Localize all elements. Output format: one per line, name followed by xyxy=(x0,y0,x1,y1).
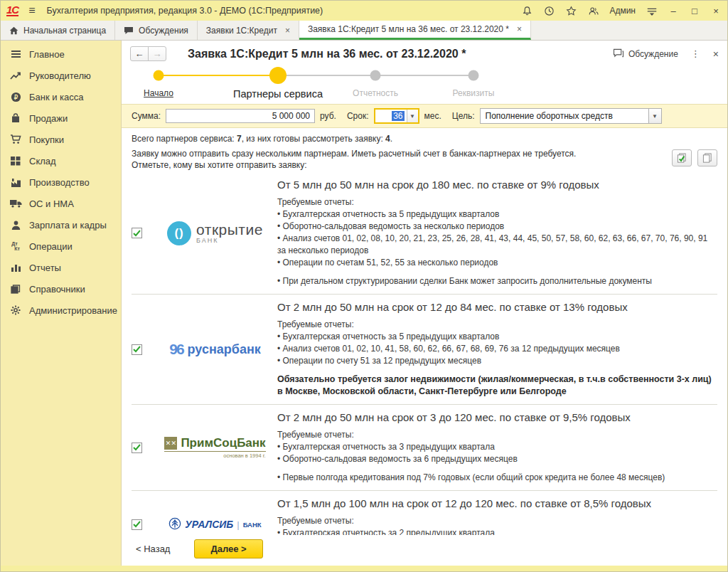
report-item: • Операции по счетам 51, 52, 55 за неско… xyxy=(277,257,717,269)
tab-credit-list[interactable]: Заявки 1С:Кредит × xyxy=(198,21,299,40)
sidebar-item-label: ОС и НМА xyxy=(29,198,74,209)
notifications-bell-icon[interactable] xyxy=(521,5,533,17)
bank-logo-otkritie: () открытиеБАНК xyxy=(153,221,277,245)
history-icon[interactable] xyxy=(543,5,555,17)
bank-checkbox-uralsib[interactable] xyxy=(132,519,142,530)
bank-logo-primsotsbank: ✕✕ ПримСоцБанк основан в 1994 г. xyxy=(153,436,277,459)
tab-home[interactable]: Начальная страница xyxy=(1,21,115,40)
bank-logo-rusnarbank: 96 руснарбанк xyxy=(153,341,277,358)
reports-list: • Бухгалтерская отчетность за 5 предыдущ… xyxy=(277,331,717,367)
minimize-button[interactable]: – xyxy=(668,6,679,16)
step-dot-reporting xyxy=(370,70,381,81)
discussion-button[interactable]: Обсуждение xyxy=(613,48,678,60)
report-item: • Бухгалтерская отчетность за 5 предыдущ… xyxy=(277,331,717,343)
sidebar-item-otchety[interactable]: Отчеты xyxy=(1,257,121,278)
purpose-dropdown-icon[interactable]: ▼ xyxy=(649,108,662,124)
uralsib-logo-sub: БАНК xyxy=(243,521,262,529)
clear-all-button[interactable] xyxy=(697,149,717,166)
purpose-label: Цель: xyxy=(452,111,475,121)
more-menu-icon[interactable]: ⋮ xyxy=(691,48,700,59)
report-item: • Бухгалтерская отчетность за 3 предыдущ… xyxy=(277,441,717,453)
term-dropdown-icon[interactable]: ▼ xyxy=(407,110,418,122)
sidebar-item-sklad[interactable]: Склад xyxy=(1,150,121,171)
close-window-button[interactable]: × xyxy=(710,6,722,16)
sidebar-item-label: Главное xyxy=(29,49,65,60)
reports-title: Требуемые отчеты: xyxy=(277,319,717,331)
otkritie-logo-text: открытие xyxy=(196,222,263,237)
menu-lines-icon xyxy=(9,48,22,60)
sidebar-item-operatsii[interactable]: ДтКт Операции xyxy=(1,235,121,257)
sidebar-item-proizvodstvo[interactable]: Производство xyxy=(1,171,121,193)
term-input[interactable]: 36 ▼ xyxy=(374,108,419,124)
primsotsbank-logo-icon: ✕✕ xyxy=(164,437,177,450)
summary-ready: 4 xyxy=(385,134,390,144)
bank-checkbox-otkritie[interactable] xyxy=(132,228,142,238)
uralsib-logo-icon xyxy=(168,517,181,532)
back-button[interactable]: < Назад xyxy=(136,544,170,554)
sum-label: Сумма: xyxy=(132,111,161,121)
gear-icon xyxy=(9,304,22,316)
term-label: Срок: xyxy=(347,111,369,121)
instruction-line-1: Заявку можно отправить сразу нескольким … xyxy=(132,148,576,159)
nav-forward-button[interactable]: → xyxy=(148,46,166,61)
sidebar-item-os-i-nma[interactable]: ОС и НМА xyxy=(1,193,121,214)
sidebar-item-label: Зарплата и кадры xyxy=(29,220,107,231)
uralsib-logo-text: УРАЛСИБ xyxy=(185,519,233,530)
bank-checkbox-primsotsbank[interactable] xyxy=(132,443,142,453)
shopping-bag-icon xyxy=(9,112,22,124)
nav-back-button[interactable]: ← xyxy=(130,46,149,61)
tab-discussions[interactable]: Обсуждения xyxy=(115,21,198,40)
close-form-icon[interactable]: × xyxy=(713,48,719,60)
sidebar-item-label: Справочники xyxy=(29,284,85,295)
term-unit-label: мес. xyxy=(424,111,441,121)
sum-input[interactable] xyxy=(166,109,315,123)
factory-icon xyxy=(9,176,22,188)
reports-title: Требуемые отчеты: xyxy=(277,515,717,527)
sidebar-item-label: Производство xyxy=(29,177,90,188)
parameters-strip: Сумма: руб. Срок: 36 ▼ мес. Цель: Пополн… xyxy=(122,104,727,128)
sidebar-item-bank-i-kassa[interactable]: ₽ Банк и касса xyxy=(1,86,121,107)
tab-label: Обсуждения xyxy=(139,26,188,36)
step-dot-start[interactable] xyxy=(154,70,164,81)
current-user[interactable]: Админ xyxy=(609,6,636,16)
sidebar-item-glavnoe[interactable]: Главное xyxy=(1,43,121,65)
sidebar-item-label: Банк и касса xyxy=(29,92,84,102)
app-window: 1С ≡ Бухгалтерия предприятия, редакция 3… xyxy=(0,0,728,572)
instruction-line-2: Отметьте, кому вы хотите отправить заявк… xyxy=(132,159,576,171)
select-all-button[interactable] xyxy=(672,149,692,166)
books-icon xyxy=(9,283,22,295)
report-item: • Анализ счетов 01, 02, 10, 41, 58, 60, … xyxy=(277,343,717,355)
sidebar-item-zarplata-i-kadry[interactable]: Зарплата и кадры xyxy=(1,214,121,235)
sidebar-item-spravochniki[interactable]: Справочники xyxy=(1,278,121,300)
window-bottom-strip xyxy=(1,566,727,571)
purpose-select[interactable]: Пополнение оборотных средств ▼ xyxy=(480,108,662,124)
next-button[interactable]: Далее > xyxy=(194,539,262,558)
step-dot-partners[interactable] xyxy=(269,67,287,84)
users-icon[interactable] xyxy=(587,5,599,17)
tab-credit-request[interactable]: Заявка 1С:Кредит 5 млн на 36 мес. от 23.… xyxy=(299,21,531,40)
reports-list: • Бухгалтерская отчетность за 3 предыдущ… xyxy=(277,441,717,465)
tab-close-icon[interactable]: × xyxy=(517,24,522,34)
sidebar-item-administrirovanie[interactable]: Администрирование xyxy=(1,300,121,321)
sidebar-item-pokupki[interactable]: Покупки xyxy=(1,129,121,150)
summary-suffix: . xyxy=(390,134,392,144)
term-value-selected: 36 xyxy=(392,111,404,121)
bank-checkbox-rusnarbank[interactable] xyxy=(132,344,142,355)
main-menu-icon[interactable]: ≡ xyxy=(28,4,35,17)
discussion-label: Обсуждение xyxy=(628,49,678,59)
sidebar-item-label: Продажи xyxy=(29,113,68,124)
maximize-button[interactable]: □ xyxy=(689,6,700,16)
chat-icon xyxy=(124,26,134,35)
service-menu-icon[interactable] xyxy=(646,5,658,17)
favorites-star-icon[interactable] xyxy=(565,5,577,17)
summary-middle: , из них готовы рассмотреть заявку: xyxy=(242,134,385,144)
trend-chart-icon xyxy=(9,70,22,81)
sidebar-item-rukovoditelyu[interactable]: Руководителю xyxy=(1,65,121,86)
step-dot-requisites xyxy=(469,70,479,81)
wizard-steps: Начало Партнеры сервиса Отчетность Рекви… xyxy=(122,63,727,104)
report-item: • Оборотно-сальдовая ведомость за нескол… xyxy=(277,221,717,233)
sidebar-item-prodazhi[interactable]: Продажи xyxy=(1,107,121,129)
step-label-start[interactable]: Начало xyxy=(144,88,173,98)
otkritie-logo-icon: () xyxy=(167,221,191,245)
tab-close-icon[interactable]: × xyxy=(285,26,290,36)
